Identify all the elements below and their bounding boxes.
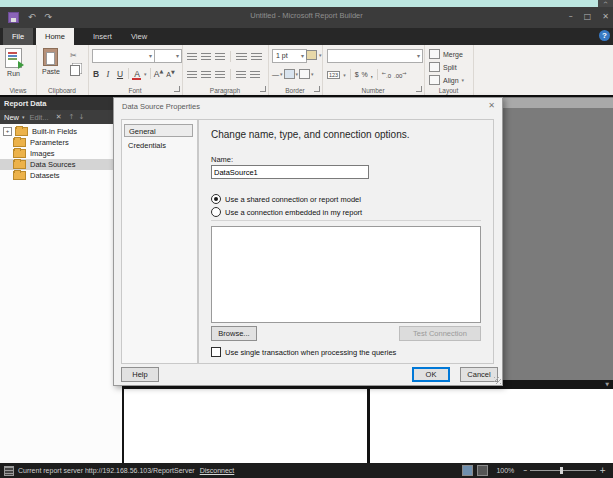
- cancel-button[interactable]: Cancel: [460, 367, 498, 382]
- dialog-content: Change name, type, and connection option…: [198, 119, 494, 364]
- help-icon[interactable]: ?: [599, 30, 610, 41]
- italic-button[interactable]: I: [103, 69, 113, 79]
- paragraph-dialog-launcher-icon[interactable]: [260, 86, 266, 92]
- align-center-icon[interactable]: [201, 71, 211, 79]
- font-dialog-launcher-icon[interactable]: [174, 86, 180, 92]
- ok-button[interactable]: OK: [412, 367, 450, 382]
- border-width-select[interactable]: 1 pt ▾: [272, 49, 307, 63]
- test-connection-button[interactable]: Test Connection: [399, 326, 481, 341]
- zoom-in-icon[interactable]: +: [599, 466, 606, 475]
- cut-icon[interactable]: ✂: [70, 51, 80, 60]
- window-title: Untitled - Microsoft Report Builder: [0, 11, 613, 20]
- shrink-font-button[interactable]: A▼: [166, 69, 176, 78]
- number-format-icon[interactable]: 123: [327, 71, 340, 79]
- decrease-decimal-icon[interactable]: .00→: [394, 70, 407, 79]
- new-button[interactable]: New: [4, 113, 19, 122]
- comma-icon[interactable]: ,: [371, 71, 373, 78]
- move-up-icon[interactable]: ↑: [69, 113, 75, 121]
- disconnect-link[interactable]: Disconnect: [200, 467, 235, 474]
- grow-font-button[interactable]: A▲: [154, 68, 164, 79]
- align-right-icon[interactable]: [215, 71, 225, 79]
- run-view-icon[interactable]: [477, 465, 488, 476]
- split-button[interactable]: Split: [429, 62, 457, 72]
- chevron-down-icon[interactable]: ▾: [280, 71, 283, 77]
- chevron-down-icon[interactable]: ▾: [22, 114, 25, 120]
- tree-item-data-sources[interactable]: Data Sources: [0, 159, 122, 170]
- numbered-list-icon[interactable]: [250, 71, 260, 79]
- paste-button[interactable]: Paste: [42, 48, 60, 75]
- bullet-list-icon[interactable]: [236, 71, 246, 79]
- chevron-down-icon[interactable]: ▾: [296, 71, 299, 77]
- percent-icon[interactable]: %: [362, 71, 368, 78]
- bold-button[interactable]: B: [91, 69, 101, 79]
- nav-item-general[interactable]: General: [124, 124, 193, 137]
- radio-embedded-connection[interactable]: Use a connection embedded in my report: [211, 207, 362, 217]
- chevron-down-icon[interactable]: ▾: [311, 71, 314, 77]
- grouping-pane-splitter[interactable]: [367, 389, 370, 463]
- chevron-down-icon: ▾: [176, 50, 179, 62]
- copy-icon[interactable]: [70, 65, 80, 76]
- increase-decimal-icon[interactable]: ←.0: [382, 70, 391, 79]
- number-dialog-launcher-icon[interactable]: [416, 86, 422, 92]
- number-format-select[interactable]: ▾: [327, 49, 423, 63]
- align-button[interactable]: Align ▾: [429, 75, 464, 85]
- border-color-icon[interactable]: [284, 69, 295, 79]
- single-transaction-checkbox[interactable]: Use single transaction when processing t…: [211, 347, 396, 357]
- delete-icon[interactable]: ✕: [56, 113, 62, 121]
- title-bar: ↶ ↷ Untitled - Microsoft Report Builder …: [0, 7, 613, 28]
- ribbon-tab-strip: File Home Insert View ?: [0, 28, 613, 45]
- design-view-icon[interactable]: [462, 465, 473, 476]
- tab-file[interactable]: File: [3, 28, 33, 45]
- chevron-down-icon: ▾: [462, 77, 465, 83]
- tab-insert[interactable]: Insert: [84, 28, 121, 45]
- increase-indent-icon[interactable]: [251, 53, 262, 61]
- dialog-close-icon[interactable]: ✕: [488, 101, 495, 110]
- decrease-indent-icon[interactable]: [236, 53, 247, 61]
- borders-icon[interactable]: [299, 69, 310, 79]
- font-color-button[interactable]: A: [132, 69, 142, 79]
- server-status-text: Current report server http://192.168.56.…: [18, 467, 195, 474]
- tree-item-built-in-fields[interactable]: + Built-in Fields: [0, 126, 122, 137]
- maximize-button[interactable]: □: [584, 10, 592, 24]
- data-source-properties-dialog: Data Source Properties ✕ General Credent…: [113, 97, 503, 386]
- edit-button[interactable]: Edit...: [30, 113, 49, 122]
- move-down-icon[interactable]: ↓: [78, 113, 84, 121]
- border-style-icon[interactable]: —: [272, 71, 279, 78]
- chevron-down-icon: ▾: [149, 50, 152, 62]
- browse-button[interactable]: Browse...: [211, 326, 257, 341]
- tree-item-images[interactable]: Images: [0, 148, 122, 159]
- zoom-out-icon[interactable]: –: [523, 466, 527, 475]
- connection-listbox[interactable]: [211, 226, 481, 323]
- underline-button[interactable]: U: [115, 69, 125, 79]
- help-button[interactable]: Help: [121, 367, 159, 382]
- border-dialog-launcher-icon[interactable]: [314, 86, 320, 92]
- align-top-icon[interactable]: [187, 53, 197, 61]
- chevron-down-icon[interactable]: ▾: [343, 72, 346, 78]
- tab-view[interactable]: View: [122, 28, 156, 45]
- minimize-button[interactable]: –: [569, 10, 573, 24]
- tree-item-datasets[interactable]: Datasets: [0, 170, 122, 181]
- radio-shared-connection[interactable]: Use a shared connection or report model: [211, 194, 361, 204]
- font-size-select[interactable]: ▾: [154, 49, 182, 63]
- merge-button[interactable]: Merge: [429, 49, 463, 59]
- zoom-slider[interactable]: [530, 466, 596, 475]
- currency-icon[interactable]: $: [355, 71, 359, 78]
- fill-color-icon[interactable]: [306, 50, 317, 60]
- grouping-pane-caret-icon[interactable]: ▼: [605, 380, 609, 389]
- run-button[interactable]: Run: [5, 48, 22, 77]
- font-family-select[interactable]: ▾: [92, 49, 155, 63]
- folder-icon: [13, 138, 26, 147]
- align-left-icon[interactable]: [187, 71, 197, 79]
- close-button[interactable]: ✕: [602, 10, 609, 24]
- tree-item-parameters[interactable]: Parameters: [0, 137, 122, 148]
- align-middle-icon[interactable]: [201, 53, 211, 61]
- align-bottom-icon[interactable]: [215, 53, 225, 61]
- chevron-down-icon[interactable]: ▾: [144, 71, 147, 77]
- name-input[interactable]: [211, 165, 369, 179]
- tab-home[interactable]: Home: [36, 28, 74, 45]
- zoom-slider-thumb[interactable]: [560, 467, 563, 474]
- nav-item-credentials[interactable]: Credentials: [124, 139, 193, 152]
- expander-icon[interactable]: +: [3, 127, 12, 136]
- ribbon-group-paragraph: Paragraph: [182, 45, 269, 95]
- resize-grip[interactable]: [494, 377, 501, 384]
